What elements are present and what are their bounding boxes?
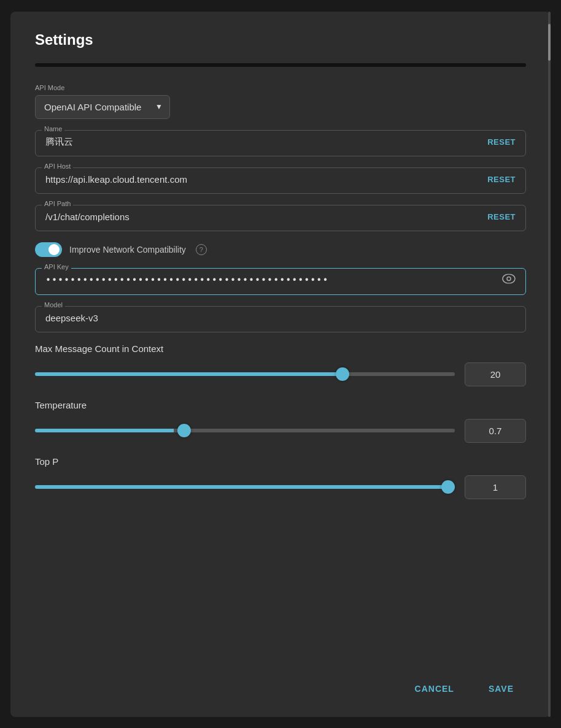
progress-bar — [35, 63, 526, 67]
api-host-field-group: API Host RESET — [35, 167, 526, 194]
top-p-slider[interactable] — [35, 485, 455, 489]
toggle-slider — [35, 242, 62, 257]
api-path-input[interactable] — [45, 212, 480, 222]
top-p-section: Top P 1 — [35, 456, 526, 499]
help-icon[interactable]: ? — [196, 244, 207, 255]
max-message-count-value: 20 — [465, 362, 526, 386]
top-p-row: 1 — [35, 475, 526, 499]
api-host-field-row: RESET — [45, 174, 516, 185]
scrollbar[interactable] — [548, 12, 551, 717]
settings-dialog: Settings API Mode OpenAI API Compatible … — [10, 12, 551, 717]
temperature-title: Temperature — [35, 400, 526, 410]
api-key-input[interactable] — [45, 275, 516, 286]
model-label: Model — [42, 301, 65, 308]
name-reset-button[interactable]: RESET — [487, 137, 516, 147]
api-host-label: API Host — [42, 163, 73, 170]
api-key-label: API Key — [42, 263, 71, 270]
model-field-row — [45, 313, 516, 323]
name-field-group: Name RESET — [35, 130, 526, 156]
api-mode-label: API Mode — [35, 84, 526, 91]
api-path-label: API Path — [42, 200, 73, 207]
temperature-slider[interactable] — [35, 429, 455, 432]
api-key-field-group: API Key — [35, 268, 526, 295]
api-path-reset-button[interactable]: RESET — [487, 212, 516, 221]
dialog-footer: CANCEL SAVE — [35, 661, 526, 700]
temperature-section: Temperature 0.7 — [35, 400, 526, 443]
model-field-group: Model — [35, 306, 526, 332]
eye-icon[interactable] — [502, 274, 516, 286]
api-host-reset-button[interactable]: RESET — [487, 175, 516, 184]
svg-point-0 — [503, 274, 515, 283]
api-host-input[interactable] — [45, 174, 480, 185]
api-mode-container: API Mode OpenAI API Compatible Custom Az… — [35, 84, 526, 119]
temperature-row: 0.7 — [35, 419, 526, 443]
progress-bar-fill — [35, 63, 526, 67]
network-toggle[interactable] — [35, 242, 62, 257]
model-input[interactable] — [45, 313, 516, 323]
temperature-value: 0.7 — [465, 419, 526, 443]
max-message-count-row: 20 — [35, 362, 526, 386]
api-path-field-row: RESET — [45, 212, 516, 222]
api-path-field-group: API Path RESET — [35, 205, 526, 231]
dialog-title: Settings — [35, 31, 526, 48]
name-input[interactable] — [45, 137, 480, 147]
cancel-button[interactable]: CANCEL — [403, 678, 466, 700]
svg-point-1 — [507, 277, 511, 280]
max-message-count-slider[interactable] — [35, 372, 455, 376]
top-p-title: Top P — [35, 456, 526, 467]
api-mode-wrapper: OpenAI API Compatible Custom Azure ▼ — [35, 95, 170, 119]
network-toggle-row: Improve Network Compatibility ? — [35, 242, 526, 257]
api-key-field-row — [45, 275, 516, 286]
max-message-count-section: Max Message Count in Context 20 — [35, 343, 526, 386]
top-p-value: 1 — [465, 475, 526, 499]
name-label: Name — [42, 125, 64, 132]
name-field-row: RESET — [45, 137, 516, 147]
api-mode-select[interactable]: OpenAI API Compatible Custom Azure — [35, 95, 170, 119]
save-button[interactable]: SAVE — [476, 678, 526, 700]
max-message-count-title: Max Message Count in Context — [35, 343, 526, 354]
network-toggle-label: Improve Network Compatibility — [69, 245, 186, 255]
scrollbar-thumb[interactable] — [548, 24, 551, 61]
